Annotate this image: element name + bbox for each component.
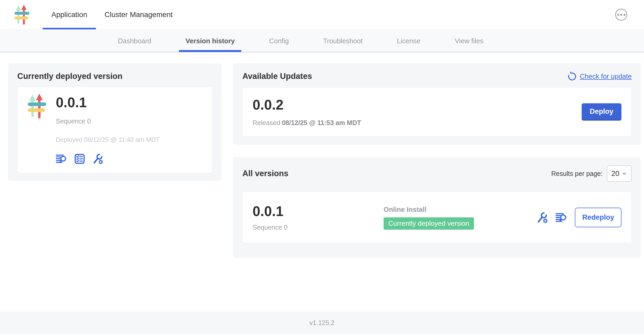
config-icon[interactable]	[92, 153, 103, 165]
tab-license[interactable]: License	[390, 30, 427, 52]
tab-label: Troubleshoot	[323, 37, 363, 45]
update-released-line: Released08/12/25 @ 11:53 am MDT	[253, 119, 361, 127]
version-row: 0.0.1 Sequence 0 Online Install Currentl…	[242, 192, 632, 243]
update-version-number: 0.0.2	[253, 97, 361, 112]
tab-version-history[interactable]: Version history	[179, 30, 241, 52]
status-badge: Currently deployed version	[384, 217, 474, 230]
top-tab-label: Application	[51, 10, 87, 19]
top-tab-cluster-management[interactable]: Cluster Management	[96, 0, 181, 29]
deploy-button[interactable]: Deploy	[582, 103, 621, 121]
all-versions-header: All versions Results per page: 20	[242, 165, 632, 182]
available-updates-title: Available Updates	[242, 72, 312, 81]
available-updates-header: Available Updates Check for update	[242, 72, 632, 81]
refresh-icon	[567, 72, 577, 81]
main-content: Currently deployed version 0.0.1 Sequenc…	[0, 52, 644, 334]
version-row-status: Online Install Currently deployed versio…	[384, 206, 474, 230]
version-row-sequence: Sequence 0	[253, 224, 384, 231]
page-footer: v1.125.2	[0, 311, 644, 334]
redeploy-button[interactable]: Redeploy	[575, 208, 621, 227]
top-nav-tabs: Application Cluster Management	[43, 0, 181, 29]
tab-label: View files	[455, 37, 483, 45]
check-for-update-link[interactable]: Check for update	[580, 72, 632, 80]
version-row-number: 0.0.1	[253, 204, 384, 219]
top-tab-label: Cluster Management	[105, 10, 173, 19]
tab-label: Dashboard	[118, 37, 151, 45]
tab-label: Version history	[185, 37, 235, 45]
ellipsis-icon	[620, 14, 622, 16]
tab-troubleshoot[interactable]: Troubleshoot	[316, 30, 369, 52]
deployed-version-details: 0.0.1 Sequence 0 Deployed 08/12/25 @ 11:…	[56, 93, 160, 167]
update-row: 0.0.2 Released08/12/25 @ 11:53 am MDT De…	[242, 87, 632, 137]
ellipsis-icon	[617, 14, 619, 16]
tab-label: Config	[269, 37, 289, 45]
release-notes-icon[interactable]	[56, 153, 67, 165]
config-icon[interactable]	[536, 212, 548, 224]
version-row-actions: Redeploy	[536, 208, 621, 227]
results-per-page-label: Results per page:	[551, 170, 603, 177]
app-logo-icon	[28, 93, 48, 119]
deployed-actions	[56, 153, 160, 165]
app-logo-icon	[14, 4, 31, 25]
release-notes-icon[interactable]	[555, 212, 567, 224]
results-per-page-value: 20	[611, 169, 619, 178]
console-version: v1.125.2	[309, 319, 335, 327]
all-versions-card: All versions Results per page: 20 0.0.1 …	[233, 157, 641, 258]
released-label: Released	[253, 119, 280, 126]
install-type: Online Install	[384, 206, 474, 214]
preflight-checks-icon[interactable]	[74, 153, 86, 165]
ellipsis-icon	[624, 14, 625, 16]
top-navbar: Application Cluster Management	[0, 0, 644, 30]
available-updates-card: Available Updates Check for update 0.0.2…	[233, 63, 641, 145]
deployed-version-number: 0.0.1	[56, 95, 160, 110]
check-for-update[interactable]: Check for update	[567, 72, 632, 81]
released-timestamp: 08/12/25 @ 11:53 am MDT	[282, 119, 361, 126]
all-versions-title: All versions	[242, 169, 288, 178]
tab-view-files[interactable]: View files	[448, 30, 490, 52]
deployed-sequence: Sequence 0	[56, 117, 160, 125]
overflow-menu-button[interactable]	[615, 9, 627, 21]
deployed-timestamp: Deployed 08/12/25 @ 11:40 am MDT	[56, 136, 160, 143]
tab-config[interactable]: Config	[263, 30, 295, 52]
deployed-version-panel: 0.0.1 Sequence 0 Deployed 08/12/25 @ 11:…	[17, 87, 212, 173]
version-row-info: 0.0.1 Sequence 0	[253, 204, 384, 231]
tab-label: License	[397, 37, 421, 45]
update-details: 0.0.2 Released08/12/25 @ 11:53 am MDT	[253, 97, 361, 126]
app-sub-navbar: Dashboard Version history Config Trouble…	[0, 30, 644, 52]
results-per-page-select[interactable]: 20	[607, 165, 632, 182]
deployed-card-title: Currently deployed version	[17, 72, 212, 81]
chevron-down-icon	[621, 171, 627, 176]
currently-deployed-card: Currently deployed version 0.0.1 Sequenc…	[8, 63, 222, 181]
tab-dashboard[interactable]: Dashboard	[111, 30, 158, 52]
results-per-page: Results per page: 20	[551, 165, 632, 182]
top-tab-application[interactable]: Application	[43, 0, 96, 29]
